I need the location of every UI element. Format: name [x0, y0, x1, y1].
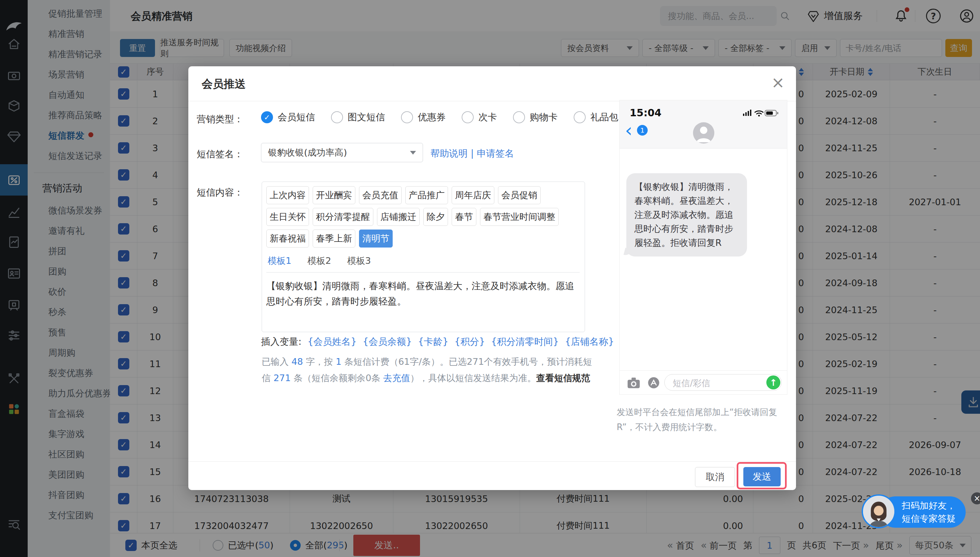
unread-badge: 1 [637, 125, 648, 135]
send-arrow-icon[interactable]: ↑ [766, 375, 780, 389]
divider [266, 272, 580, 272]
template-tag-button[interactable]: 店铺搬迁 [377, 208, 420, 226]
template-tag-button[interactable]: 积分清零提醒 [313, 208, 373, 226]
marketing-type-option[interactable]: 图文短信 [331, 111, 385, 124]
app-store-icon[interactable] [647, 376, 660, 391]
variable-token[interactable]: {店铺名称} [565, 336, 614, 348]
sms-footer-note: 发送时平台会在短信尾部加上“拒收请回复R”，不计入费用统计字数。 [617, 405, 793, 435]
stats-segment: ），具体以短信发送结果为准。 [410, 373, 536, 383]
marketing-type-option[interactable]: 优惠券 [401, 111, 446, 124]
template-tag-button[interactable]: 周年店庆 [452, 186, 494, 204]
close-icon[interactable]: × [771, 74, 785, 90]
phone-message-input[interactable]: 短信/彩信 ↑ [664, 374, 782, 391]
sms-message-text[interactable]: 【银豹收银】清明微雨，春寒料峭。昼夜温差大，注意及时添减衣物。愿追思时心有所安，… [266, 278, 579, 309]
signature-label: 短信签名： [188, 148, 243, 161]
support-agent-avatar [862, 494, 896, 528]
stats-segment: 已输入 [262, 357, 292, 367]
phone-preview: 15:04 [619, 100, 788, 395]
template-tag-button[interactable]: 春节 [452, 208, 476, 226]
stats-segment: 271 [274, 373, 291, 383]
marketing-type-group: ✓会员短信图文短信优惠券次卡购物卡礼品包 [261, 111, 618, 124]
template-tag-button[interactable]: 会员充值 [359, 186, 402, 204]
radio-icon [401, 111, 413, 123]
template-tags: 上次内容开业酬宾会员充值产品推广周年店庆会员促销生日关怀积分清零提醒店铺搬迁除夕… [266, 186, 580, 248]
chat-line1: 扫码加好友， [902, 499, 956, 512]
radio-icon [574, 111, 586, 123]
stats-segment: 条（短信余额剩余0条 [291, 373, 383, 383]
chat-close-icon[interactable]: × [971, 492, 980, 504]
template-tag-button[interactable]: 会员促销 [498, 186, 541, 204]
marketing-type-label: 图文短信 [348, 111, 385, 124]
template-tabs: 模板1模板2模板3 [266, 255, 580, 267]
sms-preview-bubble: 【银豹收银】清明微雨，春寒料峭。昼夜温差大，注意及时添减衣物。愿追思时心有所安，… [626, 173, 747, 257]
marketing-type-label: 次卡 [478, 111, 497, 124]
radio-icon [331, 111, 343, 123]
signature-help-links[interactable]: 帮助说明 | 申请签名 [430, 147, 514, 160]
variables-label: 插入变量: [261, 336, 301, 348]
template-tag-button[interactable]: 产品推广 [405, 186, 448, 204]
variable-token[interactable]: {会员姓名} [307, 336, 357, 348]
recharge-link[interactable]: 去充值 [383, 373, 410, 383]
stats-segment: 1 [336, 357, 341, 367]
phone-input-bar: 短信/彩信 ↑ [620, 370, 787, 394]
template-tag-button[interactable]: 新春祝福 [266, 230, 309, 248]
support-chat-widget[interactable]: 扫码加好友， 短信专家答疑 × [862, 494, 980, 530]
marketing-type-label: 营销类型： [188, 113, 243, 125]
modal-header: 会员推送 × [188, 66, 796, 101]
marketing-type-label: 会员短信 [278, 111, 315, 124]
template-tag-button[interactable]: 春节营业时间调整 [480, 208, 559, 226]
insert-variables-row: 插入变量: {会员姓名}{会员余额}{卡龄}{积分}{积分清零时间}{店铺名称} [261, 336, 614, 348]
marketing-type-label: 优惠券 [417, 111, 446, 124]
signal-icon [743, 109, 751, 116]
phone-status-icons [743, 109, 779, 119]
phone-status-bar: 15:04 [620, 100, 787, 148]
camera-icon[interactable] [626, 376, 641, 391]
chat-line2: 短信专家答疑 [902, 512, 956, 525]
cancel-button[interactable]: 取消 [695, 467, 735, 487]
member-push-modal: 会员推送 × 营销类型： ✓会员短信图文短信优惠券次卡购物卡礼品包 短信签名： … [188, 66, 796, 490]
variable-token[interactable]: {积分清零时间} [491, 336, 559, 348]
stats-segment: 48 [292, 357, 303, 367]
variable-token[interactable]: {会员余额} [363, 336, 412, 348]
template-tag-button[interactable]: 春季上新 [313, 230, 355, 248]
signature-select[interactable]: 银豹收银(成功率高) [261, 143, 423, 162]
template-tag-button[interactable]: 上次内容 [266, 186, 309, 204]
marketing-type-label: 礼品包 [590, 111, 618, 124]
marketing-type-option[interactable]: 礼品包 [574, 111, 618, 124]
sms-stats-text: 已输入 48 字，按 1 条短信计费（61字/条）。已选271个有效手机号，预计… [262, 353, 600, 386]
back-chevron-icon[interactable]: ‹ [625, 121, 632, 140]
sms-content-box: 上次内容开业酬宾会员充值产品推广周年店庆会员促销生日关怀积分清零提醒店铺搬迁除夕… [262, 182, 585, 332]
radio-icon [461, 111, 474, 123]
marketing-type-option[interactable]: ✓会员短信 [261, 111, 315, 124]
phone-clock: 15:04 [629, 107, 662, 119]
template-tab[interactable]: 模板2 [307, 255, 331, 267]
variable-token[interactable]: {卡龄} [418, 336, 448, 348]
marketing-type-option[interactable]: 购物卡 [513, 111, 558, 124]
app-root: 促销批量管理精准营销精准营销记录场景营销自动通知推荐商品策略短信群发短信发送记录… [0, 0, 980, 557]
chevron-down-icon [410, 151, 416, 155]
template-tag-button[interactable]: 清明节 [359, 230, 393, 248]
modal-title: 会员推送 [202, 66, 246, 101]
marketing-type-option[interactable]: 次卡 [461, 111, 497, 124]
content-label: 短信内容： [188, 186, 243, 199]
template-tag-button[interactable]: 生日关怀 [266, 208, 309, 226]
radio-checked-icon: ✓ [261, 111, 273, 123]
send-button[interactable]: 发送 [744, 467, 781, 486]
stats-segment[interactable]: 查看短信规范 [536, 373, 590, 383]
marketing-type-label: 购物卡 [530, 111, 558, 124]
phone-input-placeholder: 短信/彩信 [673, 378, 710, 389]
wifi-icon [755, 111, 763, 114]
template-tab[interactable]: 模板3 [347, 255, 371, 267]
variable-token[interactable]: {积分} [454, 336, 485, 348]
stats-segment: 字，按 [303, 357, 336, 367]
variable-tokens: {会员姓名}{会员余额}{卡龄}{积分}{积分清零时间}{店铺名称} [307, 336, 614, 348]
template-tag-button[interactable]: 开业酬宾 [313, 186, 355, 204]
radio-icon [513, 111, 525, 123]
battery-icon [765, 110, 778, 116]
template-tag-button[interactable]: 除夕 [423, 208, 448, 226]
template-tab[interactable]: 模板1 [267, 255, 291, 267]
contact-avatar-icon [693, 122, 714, 143]
